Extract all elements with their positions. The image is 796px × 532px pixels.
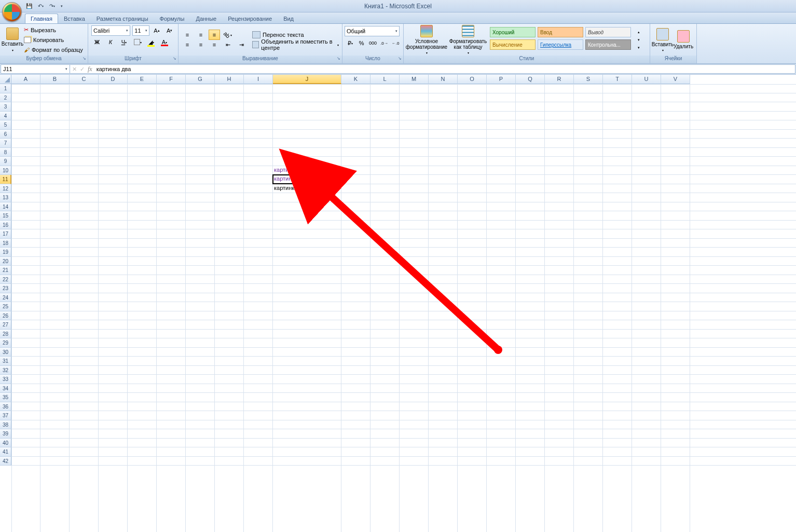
col-header-R[interactable]: R	[545, 75, 574, 84]
col-header-U[interactable]: U	[632, 75, 661, 84]
row-header-41[interactable]: 41	[0, 447, 11, 457]
name-box[interactable]: J11▾	[1, 64, 70, 74]
row-header-13[interactable]: 13	[0, 193, 11, 202]
style-calc[interactable]: Вычисление	[490, 39, 536, 50]
styles-scroll-up[interactable]: ▴	[633, 29, 644, 36]
qat-save-button[interactable]: 💾	[25, 2, 33, 10]
col-header-I[interactable]: I	[244, 75, 273, 84]
col-header-J[interactable]: J	[273, 75, 341, 84]
align-left-button[interactable]: ≡	[182, 39, 193, 50]
increase-font-button[interactable]: A▴	[152, 25, 162, 36]
decrease-font-button[interactable]: A▾	[164, 25, 175, 36]
row-header-17[interactable]: 17	[0, 229, 11, 239]
col-header-M[interactable]: M	[400, 75, 429, 84]
row-header-10[interactable]: 10	[0, 166, 11, 175]
cancel-formula-icon[interactable]: ✕	[72, 66, 77, 73]
cell-J10[interactable]: картинка один	[273, 166, 341, 175]
col-header-L[interactable]: L	[370, 75, 400, 84]
col-header-A[interactable]: A	[11, 75, 40, 84]
conditional-formatting-button[interactable]: Условное форматирование▾	[406, 25, 447, 54]
row-header-19[interactable]: 19	[0, 248, 11, 257]
row-header-36[interactable]: 36	[0, 402, 11, 412]
row-header-6[interactable]: 6	[0, 130, 11, 139]
row-header-39[interactable]: 39	[0, 429, 11, 439]
row-header-40[interactable]: 40	[0, 439, 11, 448]
decrease-decimal-button[interactable]: ←.0	[391, 38, 400, 48]
style-output[interactable]: Вывод	[585, 27, 631, 37]
col-header-B[interactable]: B	[40, 75, 70, 84]
style-input[interactable]: Ввод	[538, 27, 583, 37]
styles-more[interactable]: ▾	[633, 44, 644, 51]
qat-undo-button[interactable]: ↶▾	[36, 2, 45, 10]
align-middle-button[interactable]: ≡	[195, 30, 207, 40]
col-header-K[interactable]: K	[341, 75, 370, 84]
merge-center-button[interactable]: Объединить и поместить в центре▾	[251, 40, 340, 49]
formula-input[interactable]: картинка два	[94, 66, 795, 72]
row-header-21[interactable]: 21	[0, 266, 11, 275]
row-header-32[interactable]: 32	[0, 366, 11, 375]
col-header-S[interactable]: S	[574, 75, 603, 84]
accept-formula-icon[interactable]: ✓	[80, 66, 85, 73]
fx-button[interactable]: fx	[88, 65, 92, 73]
row-header-34[interactable]: 34	[0, 384, 11, 393]
col-header-D[interactable]: D	[99, 75, 128, 84]
row-header-9[interactable]: 9	[0, 157, 11, 166]
col-header-T[interactable]: T	[603, 75, 632, 84]
ribbon-tab-6[interactable]: Вид	[278, 13, 299, 23]
ribbon-tab-2[interactable]: Разметка страницы	[91, 13, 154, 23]
font-color-button[interactable]: A▾	[159, 37, 170, 47]
align-center-button[interactable]: ≡	[195, 39, 207, 50]
ribbon-tab-5[interactable]: Рецензирование	[222, 13, 278, 23]
ribbon-tab-0[interactable]: Главная	[25, 13, 58, 23]
row-header-11[interactable]: 11	[0, 175, 11, 184]
align-top-button[interactable]: ≡	[182, 30, 193, 40]
row-header-33[interactable]: 33	[0, 375, 11, 384]
col-header-C[interactable]: C	[70, 75, 99, 84]
row-header-18[interactable]: 18	[0, 239, 11, 248]
row-header-5[interactable]: 5	[0, 120, 11, 130]
col-header-E[interactable]: E	[128, 75, 157, 84]
col-header-V[interactable]: V	[661, 75, 690, 84]
cell-J12[interactable]: картинка три	[273, 184, 341, 194]
row-header-23[interactable]: 23	[0, 284, 11, 293]
group-alignment-label[interactable]: Выравнивание	[179, 56, 342, 63]
row-header-38[interactable]: 38	[0, 420, 11, 430]
font-size-select[interactable]: 11	[132, 25, 149, 36]
row-header-31[interactable]: 31	[0, 357, 11, 366]
styles-scroll-down[interactable]: ▾	[633, 36, 644, 44]
increase-decimal-button[interactable]: .0→	[379, 38, 389, 48]
currency-button[interactable]: ₽▾	[346, 38, 355, 48]
row-header-29[interactable]: 29	[0, 338, 11, 348]
row-header-14[interactable]: 14	[0, 202, 11, 212]
underline-button[interactable]: Ч▾	[118, 37, 130, 47]
decrease-indent-button[interactable]: ⇤	[222, 39, 234, 50]
row-header-35[interactable]: 35	[0, 393, 11, 402]
row-header-7[interactable]: 7	[0, 139, 11, 148]
qat-customize-button[interactable]: ▾	[59, 2, 64, 10]
col-header-P[interactable]: P	[487, 75, 516, 84]
percent-button[interactable]: %	[357, 38, 366, 48]
paste-button[interactable]: Вставить▾	[2, 25, 23, 54]
ribbon-tab-4[interactable]: Данные	[190, 13, 222, 23]
increase-indent-button[interactable]: ⇥	[236, 39, 247, 50]
row-header-8[interactable]: 8	[0, 148, 11, 157]
row-header-22[interactable]: 22	[0, 275, 11, 284]
row-header-15[interactable]: 15	[0, 211, 11, 221]
row-header-2[interactable]: 2	[0, 93, 11, 103]
insert-cells-button[interactable]: Вставить▾	[652, 25, 673, 54]
number-format-select[interactable]: Общий	[345, 26, 400, 36]
group-clipboard-label[interactable]: Буфер обмена	[0, 56, 88, 63]
row-header-24[interactable]: 24	[0, 293, 11, 303]
col-header-F[interactable]: F	[157, 75, 186, 84]
row-header-16[interactable]: 16	[0, 221, 11, 230]
row-header-1[interactable]: 1	[0, 84, 11, 93]
row-header-26[interactable]: 26	[0, 311, 11, 321]
col-header-Q[interactable]: Q	[516, 75, 545, 84]
row-header-37[interactable]: 37	[0, 411, 11, 420]
col-header-G[interactable]: G	[186, 75, 215, 84]
row-header-42[interactable]: 42	[0, 457, 11, 466]
bold-button[interactable]: Ж	[91, 37, 103, 47]
font-name-select[interactable]: Calibri	[91, 25, 130, 36]
delete-cells-button[interactable]: Удалить	[673, 25, 694, 54]
row-header-28[interactable]: 28	[0, 330, 11, 339]
